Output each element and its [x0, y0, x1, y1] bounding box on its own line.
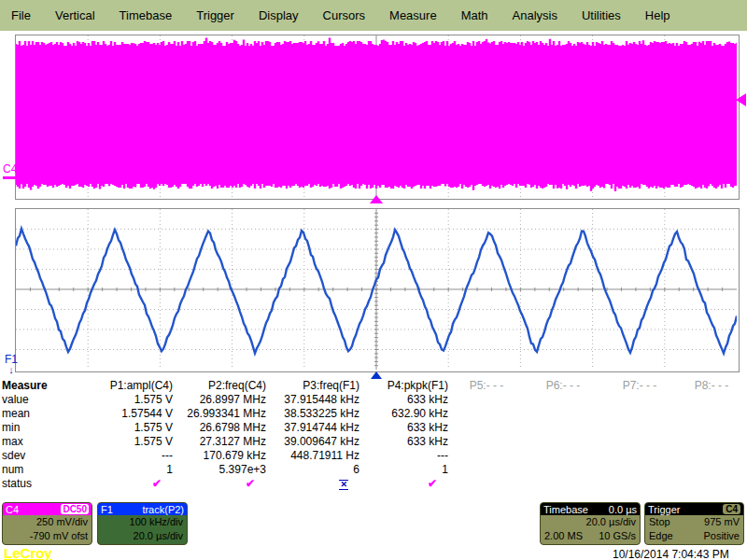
- measure-sdev-p8: [678, 449, 745, 463]
- measure-max-p7: [601, 435, 678, 449]
- measure-status-p5: [448, 477, 525, 491]
- measure-sdev-p3: 448.71911 Hz: [266, 449, 359, 463]
- trigger-type: Edge: [649, 529, 673, 543]
- timebase-samples: 2.00 MS: [544, 529, 583, 543]
- menu-display[interactable]: Display: [259, 8, 299, 22]
- f1-trace[interactable]: [16, 209, 737, 370]
- f1-trace-label[interactable]: F1 ↓: [5, 355, 18, 374]
- menu-vertical[interactable]: Vertical: [55, 8, 95, 22]
- waveform-grid-f1[interactable]: [15, 208, 740, 372]
- trigger-time-marker-f1-icon[interactable]: [371, 371, 382, 379]
- measure-max-p8: [678, 435, 745, 449]
- measure-status-p3: ✕: [266, 477, 359, 491]
- measure-sdev-p4: ---: [359, 449, 448, 463]
- measure-status-p8: [678, 477, 745, 491]
- measure-header-p1[interactable]: P1:ampl(C4): [54, 379, 173, 393]
- measure-header-p8[interactable]: P8:- - -: [678, 379, 745, 393]
- measure-num-p3: 6: [266, 463, 359, 477]
- measure-mean-p4: 632.90 kHz: [359, 407, 448, 421]
- measure-num-p4: 1: [359, 463, 448, 477]
- measure-status-p6: [525, 477, 601, 491]
- measure-sdev-p7: [601, 449, 678, 463]
- measure-min-p8: [678, 421, 745, 435]
- measure-row-label-max: max: [2, 435, 54, 449]
- datetime-display: 10/16/2014 7:04:43 PM: [613, 548, 729, 560]
- measure-value-p6: [525, 393, 601, 407]
- menu-measure[interactable]: Measure: [389, 8, 437, 22]
- measure-value-p8: [678, 393, 745, 407]
- measure-max-p2: 27.3127 MHz: [173, 435, 266, 449]
- f1-descriptor-box[interactable]: F1 track(P2) 100 kHz/div 20.0 µs/div: [97, 502, 188, 545]
- measure-header-p3[interactable]: P3:freq(F1): [266, 379, 359, 393]
- c4-offset-marker[interactable]: [3, 176, 16, 179]
- measure-mean-p2: 26.993341 MHz: [173, 407, 266, 421]
- menu-file[interactable]: File: [11, 8, 31, 22]
- measure-num-p2: 5.397e+3: [173, 463, 266, 477]
- menu-cursors[interactable]: Cursors: [323, 8, 366, 22]
- measure-status-p4: ✔: [359, 477, 448, 491]
- c4-waveform[interactable]: [16, 37, 737, 191]
- menu-timebase[interactable]: Timebase: [120, 8, 173, 22]
- measure-min-p2: 26.6798 MHz: [173, 421, 266, 435]
- measure-row-label-sdev: sdev: [2, 449, 54, 463]
- measure-header-p6[interactable]: P6:- - -: [525, 379, 601, 393]
- c4-channel-name: C4: [6, 504, 19, 515]
- c4-coupling-badge: DC50: [61, 504, 89, 514]
- c4-vertical-scale: 250 mV/div: [3, 515, 92, 529]
- measure-header-p4[interactable]: P4:pkpk(F1): [359, 379, 448, 393]
- trigger-source-badge: C4: [723, 504, 740, 514]
- c4-descriptor-box[interactable]: C4 DC50 250 mV/div -790 mV ofst: [2, 502, 92, 545]
- measure-mean-p3: 38.533225 kHz: [266, 407, 359, 421]
- f1-vertical-scale: 100 kHz/div: [98, 515, 187, 529]
- c4-trace[interactable]: [16, 35, 737, 197]
- trigger-mode: Stop: [649, 515, 670, 529]
- measure-max-p6: [525, 435, 601, 449]
- measure-value-p7: [601, 393, 678, 407]
- measure-row-label-status: status: [2, 477, 54, 491]
- measure-min-p7: [601, 421, 678, 435]
- status-pending-icon: ✕: [339, 480, 348, 490]
- measure-mean-p8: [678, 407, 745, 421]
- measure-value-p4: 633 kHz: [359, 393, 448, 407]
- menu-utilities[interactable]: Utilities: [582, 8, 621, 22]
- measure-status-p1: ✔: [54, 477, 173, 491]
- status-check-icon: ✔: [246, 477, 255, 490]
- menu-trigger[interactable]: Trigger: [196, 8, 234, 22]
- trigger-descriptor-box[interactable]: Trigger C4 Stop 975 mV Edge Positive: [644, 502, 744, 545]
- status-check-icon: ✔: [428, 477, 437, 490]
- measure-sdev-p1: ---: [54, 449, 173, 463]
- measure-table: MeasureP1:ampl(C4)P2:freq(C4)P3:freq(F1)…: [2, 379, 745, 491]
- timebase-sample-rate: 10 GS/s: [599, 529, 636, 543]
- f1-horizontal-scale: 20.0 µs/div: [98, 529, 187, 543]
- c4-trace-label[interactable]: C4: [3, 164, 17, 175]
- trigger-title: Trigger: [648, 504, 680, 515]
- timebase-descriptor-box[interactable]: Timebase 0.0 µs 20.0 µs/div 2.00 MS 10 G…: [540, 502, 641, 545]
- measure-num-p1: 1: [54, 463, 173, 477]
- timebase-scale: 20.0 µs/div: [541, 515, 640, 529]
- trigger-time-marker-c4-icon[interactable]: [370, 195, 383, 203]
- measure-header-p7[interactable]: P7:- - -: [601, 379, 678, 393]
- menu-bar: FileVerticalTimebaseTriggerDisplayCursor…: [0, 0, 747, 31]
- trigger-slope: Positive: [703, 529, 740, 543]
- menu-math[interactable]: Math: [461, 8, 488, 22]
- status-check-icon: ✔: [152, 477, 162, 490]
- c4-offset: -790 mV ofst: [3, 529, 92, 543]
- measure-header-p5[interactable]: P5:- - -: [448, 379, 525, 393]
- f1-position-arrow-icon: ↓: [5, 365, 18, 374]
- menu-analysis[interactable]: Analysis: [513, 8, 557, 22]
- measure-mean-p6: [525, 407, 601, 421]
- trigger-level-marker-icon[interactable]: [736, 93, 746, 106]
- measure-header-p2[interactable]: P2:freq(C4): [173, 379, 266, 393]
- menu-help[interactable]: Help: [645, 8, 670, 22]
- waveform-grid-c4[interactable]: [15, 35, 740, 200]
- measure-row-label-mean: mean: [2, 407, 54, 421]
- f1-trace-name: F1: [101, 504, 113, 515]
- measure-row-label-num: num: [2, 463, 54, 477]
- measure-value-p1: 1.575 V: [54, 393, 173, 407]
- measure-status-p7: [601, 477, 678, 491]
- lecroy-logo: LeCroy: [4, 545, 52, 560]
- measure-table-title: Measure: [2, 379, 54, 393]
- measure-value-p5: [448, 393, 525, 407]
- measure-mean-p7: [601, 407, 678, 421]
- measure-num-p7: [601, 463, 678, 477]
